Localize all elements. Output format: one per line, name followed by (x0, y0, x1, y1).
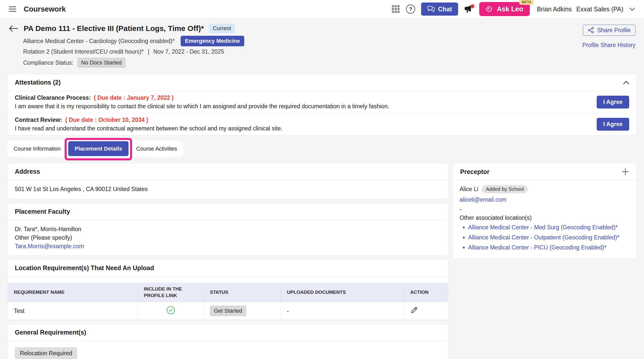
help-icon[interactable]: ? (406, 5, 415, 14)
status-chip: Get Started (210, 306, 246, 316)
col-uploaded-documents: UPLOADED DOCUMENTS (281, 283, 404, 302)
tab-placement-details[interactable]: Placement Details (68, 141, 129, 156)
chat-bubble-icon (427, 6, 435, 13)
preceptor-card: Preceptor Alice Li Added by School alice… (453, 163, 636, 259)
date-range: Nov 7, 2022 - Dec 31, 2025 (153, 48, 224, 55)
main-content: Address 501 W 1st St Los Angeles , CA 90… (8, 163, 636, 359)
separator: | (148, 48, 149, 55)
address-value: 501 W 1st St Los Angeles , CA 90012 Unit… (8, 180, 448, 199)
attestations-card: Attestations (2) Clinical Clearance Proc… (8, 74, 636, 135)
left-column: Address 501 W 1st St Los Angeles , CA 90… (8, 163, 448, 359)
faculty-email-link[interactable]: Tara.Morris@example.com (15, 243, 84, 249)
collapse-chevron-up-icon[interactable] (623, 81, 629, 84)
attestations-title: Attestations (2) (15, 79, 61, 86)
uploaded-documents-cell: - (281, 302, 404, 320)
faculty-role: Other (Please specify) (15, 233, 441, 242)
compliance-status-label: Compliance Status: (23, 59, 73, 66)
divider (8, 276, 448, 277)
org-name: Exxat Sales (PA) (576, 6, 623, 13)
col-status: STATUS (204, 283, 281, 302)
specialty-badge: Emergency Medicine (181, 36, 244, 46)
right-column: Preceptor Alice Li Added by School alice… (453, 163, 636, 259)
attestation-name: Contract Review: (15, 117, 62, 123)
attestation-name: Clinical Clearance Process: (15, 94, 91, 101)
address-title: Address (15, 168, 40, 175)
list-item: Alliance Medical Center - Outpatient (Ge… (468, 233, 630, 241)
hamburger-menu-icon[interactable] (9, 6, 17, 12)
edit-pencil-icon[interactable] (410, 306, 418, 314)
location-requirements-card: Location Requirement(s) That Need An Upl… (8, 259, 448, 320)
table-header-row: REQUIREMENT NAME INCLUDE IN THE PROFILE … (8, 283, 448, 302)
rotation-label: Rotation 2 (Student Interest/CEU credit … (23, 48, 144, 55)
share-profile-button[interactable]: Share Profile (583, 25, 635, 36)
placement-faculty-card: Placement Faculty Dr. Tara*, Morris-Hami… (8, 203, 448, 256)
general-requirements-title: General Requirement(s) (15, 329, 86, 336)
other-locations-label: Other associated location(s) (460, 214, 630, 221)
address-card: Address 501 W 1st St Los Angeles , CA 90… (8, 163, 448, 199)
placement-faculty-title: Placement Faculty (15, 208, 70, 215)
tab-course-information[interactable]: Course Information (8, 140, 67, 157)
table-row: Test Get Started - (8, 302, 448, 320)
location-link[interactable]: Alliance Medical Center - PICU (Geocodin… (468, 244, 607, 251)
preceptor-name: Alice Li (460, 186, 478, 193)
action-cell (404, 302, 448, 320)
status-cell: Get Started (204, 302, 281, 320)
compliance-status-badge: No Docs Started (77, 58, 125, 68)
page-title: PA Demo 111 - Elective III (Patient Logs… (24, 24, 204, 33)
share-profile-label: Share Profile (597, 27, 631, 34)
tab-course-activities[interactable]: Course Activities (130, 140, 183, 157)
app-title: Coursework (24, 5, 66, 13)
i-agree-button[interactable]: I Agree (597, 118, 629, 131)
share-icon (588, 27, 594, 33)
i-agree-button[interactable]: I Agree (597, 96, 629, 109)
profile-share-history-link[interactable]: Profile Share History (582, 42, 635, 49)
preceptor-title: Preceptor (460, 168, 490, 175)
ask-leo-button[interactable]: Ask Leo BETA (479, 2, 530, 16)
attestation-text: Contract Review: ( Due date : October 10… (15, 117, 283, 132)
location-link[interactable]: Alliance Medical Center - Outpatient (Ge… (468, 234, 619, 241)
course-header-right: Share Profile Profile Share History (582, 24, 635, 68)
requirement-name-cell: Test (8, 302, 138, 320)
col-requirement-name: REQUIREMENT NAME (8, 283, 138, 302)
back-arrow-icon[interactable] (9, 25, 19, 32)
list-item: Alliance Medical Center - Med Surg (Geoc… (468, 223, 630, 231)
notification-dot (471, 4, 474, 8)
attestation-row: Clinical Clearance Process: ( Due date :… (8, 91, 636, 113)
course-header: PA Demo 111 - Elective III (Patient Logs… (0, 18, 644, 70)
added-by-school-badge: Added by School (482, 185, 528, 193)
attestation-due-date: ( Due date : January 7, 2022 ) (94, 94, 174, 101)
location-requirements-title: Location Requirement(s) That Need An Upl… (15, 264, 154, 272)
preceptor-email-link[interactable]: aliceli@email.com (460, 196, 506, 203)
top-bar: Coursework ? Chat (0, 0, 644, 18)
general-requirement-chip: Relocation Required (15, 347, 77, 359)
col-include-in-profile-link: INCLUDE IN THE PROFILE LINK (138, 283, 204, 302)
course-tabs: Course Information Placement Details Cou… (8, 140, 636, 157)
requirements-table: REQUIREMENT NAME INCLUDE IN THE PROFILE … (8, 283, 448, 320)
attestation-description: I am aware that it is my responsibility … (15, 103, 389, 110)
include-in-profile-cell (138, 302, 204, 320)
ask-leo-logo-icon (485, 5, 493, 13)
chat-button[interactable]: Chat (421, 3, 458, 16)
add-preceptor-plus-icon[interactable] (622, 168, 629, 175)
top-bar-actions: ? Chat Ask Leo BETA Brian A (391, 2, 635, 16)
tab-placement-details-label: Placement Details (75, 146, 122, 152)
user-menu-chevron-down-icon[interactable] (629, 8, 635, 11)
list-item: Alliance Medical Center - PICU (Geocodin… (468, 243, 630, 252)
announcements-megaphone-icon[interactable] (464, 5, 473, 13)
check-circle-icon (166, 306, 175, 315)
location-link[interactable]: Alliance Medical Center - Med Surg (Geoc… (468, 224, 618, 231)
status-badge-current: Current (209, 24, 235, 33)
chat-button-label: Chat (438, 6, 452, 13)
facility-name: Alliance Medical Center - Cardiology (Ge… (23, 38, 175, 45)
attestation-text: Clinical Clearance Process: ( Due date :… (15, 94, 389, 110)
attestation-row: Contract Review: ( Due date : October 10… (8, 113, 636, 135)
attestation-description: I have read and understand the contractu… (15, 125, 283, 132)
user-name: Brian Adkins (537, 6, 572, 13)
faculty-name: Dr. Tara*, Morris-Hamilton (15, 225, 441, 233)
course-header-left: PA Demo 111 - Elective III (Patient Logs… (9, 24, 244, 68)
beta-badge: BETA (519, 0, 534, 5)
general-requirements-card: General Requirement(s) Relocation Requir… (8, 324, 448, 359)
col-action: ACTION (404, 283, 448, 302)
preceptor-phone: - (460, 206, 630, 212)
apps-grid-icon[interactable] (391, 5, 400, 13)
